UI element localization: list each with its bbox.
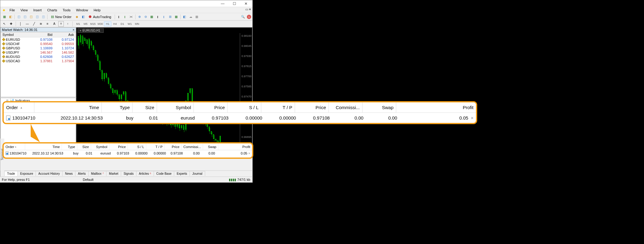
- navigator-toggle[interactable]: ◫: [28, 14, 34, 20]
- maximize-button[interactable]: ☐: [228, 1, 240, 7]
- crosshair-tool[interactable]: ✚: [8, 21, 14, 27]
- col-profit[interactable]: Profit: [396, 102, 476, 112]
- col-commission[interactable]: Commissi...: [329, 102, 362, 112]
- timeframe-mn[interactable]: MN: [133, 21, 141, 26]
- terminal-tab-exposure[interactable]: Exposure: [17, 171, 36, 176]
- col-swap[interactable]: Swap: [203, 143, 218, 150]
- market-watch-row-gbpusd[interactable]: GBPUSD1.106991.10724: [1, 46, 76, 50]
- candle-chart-button[interactable]: ⫿: [122, 14, 128, 20]
- col-swap[interactable]: Swap: [362, 102, 396, 112]
- notification-badge[interactable]: 1: [247, 15, 251, 19]
- menu-charts[interactable]: Charts: [45, 8, 59, 13]
- col-tp[interactable]: T / P: [261, 102, 295, 112]
- fibo-tool[interactable]: ≡: [45, 21, 50, 27]
- timeframe-m5[interactable]: M5: [82, 21, 89, 26]
- col-sl[interactable]: S / L: [128, 143, 146, 150]
- terminal-tab-news[interactable]: News: [62, 171, 75, 176]
- close-order-icon[interactable]: ×: [471, 115, 473, 120]
- timeframe-m15[interactable]: M15: [89, 21, 97, 26]
- strategy-tester-toggle[interactable]: ◫: [40, 14, 46, 20]
- col-order[interactable]: Order ▴: [4, 143, 25, 150]
- chart-shift-button[interactable]: ⫿: [155, 14, 161, 20]
- col-price2[interactable]: Price: [295, 102, 329, 112]
- arrow-tool[interactable]: ↑: [65, 21, 71, 27]
- col-commission[interactable]: Commissi...: [182, 143, 203, 150]
- col-price[interactable]: Price: [194, 102, 228, 112]
- trade-row-small[interactable]: 130104710 2022.10.12 14:30:53 buy 0.01 e…: [4, 150, 252, 156]
- label-tool[interactable]: T: [58, 21, 64, 27]
- col-time[interactable]: Time: [25, 143, 62, 150]
- timeframe-d1[interactable]: D1: [119, 21, 126, 26]
- market-watch-toggle[interactable]: ◫: [16, 14, 21, 20]
- timeframe-h4[interactable]: H4: [111, 21, 119, 26]
- vertical-line-tool[interactable]: │: [18, 21, 23, 27]
- chart-tab[interactable]: ▾ EURUSD,H1: [78, 28, 104, 33]
- mql-button[interactable]: ◧: [182, 14, 187, 20]
- indicators-button[interactable]: ⫿: [161, 14, 167, 20]
- timeframe-h1[interactable]: H1: [104, 21, 111, 26]
- profile-button[interactable]: ◧: [8, 14, 13, 20]
- bar-chart-button[interactable]: ⫿: [116, 14, 122, 20]
- market-watch-row-audusd[interactable]: AUDUSD0.626080.62627: [1, 55, 76, 59]
- trade-row-large[interactable]: 130104710 2022.10.12 14:30:53 buy 0.01 e…: [4, 113, 476, 123]
- periods-button[interactable]: ⊞: [167, 14, 173, 20]
- market-watch-row-usdjpy[interactable]: USDJPY146.567146.582: [1, 50, 76, 55]
- menu-file[interactable]: File: [7, 8, 17, 13]
- col-symbol[interactable]: Symbol: [91, 143, 109, 150]
- col-tp[interactable]: T / P: [146, 143, 165, 150]
- cursor-tool[interactable]: ↖: [2, 21, 7, 27]
- col-sl[interactable]: S / L: [228, 102, 261, 112]
- close-order-icon[interactable]: ×: [248, 151, 250, 155]
- close-doc-icon[interactable]: ✕: [249, 8, 251, 11]
- trendline-tool[interactable]: ╱: [31, 21, 37, 27]
- minimize-button[interactable]: —: [217, 1, 228, 7]
- terminal-tab-code-base[interactable]: Code Base: [154, 171, 174, 176]
- col-size[interactable]: Size: [77, 143, 91, 150]
- chart-canvas[interactable]: [76, 33, 240, 152]
- close-button[interactable]: ✕: [240, 1, 252, 7]
- terminal-toggle[interactable]: ◫: [34, 14, 40, 20]
- col-type[interactable]: Type: [102, 102, 132, 112]
- menu-help[interactable]: Help: [91, 8, 103, 13]
- templates-button[interactable]: ▦: [174, 14, 179, 20]
- market-watch-row-eurusd[interactable]: EURUSD0.971080.97124: [1, 37, 76, 42]
- status-connection[interactable]: ▮▮▮▮ 747/1 kb: [229, 178, 250, 182]
- col-price2[interactable]: Price: [165, 143, 182, 150]
- terminal-tab-journal[interactable]: Journal: [190, 171, 205, 176]
- status-profile[interactable]: Default: [83, 178, 94, 181]
- col-profit[interactable]: Profit: [218, 143, 252, 150]
- terminal-tab-account-history[interactable]: Account History: [36, 171, 63, 176]
- terminal-tab-alerts[interactable]: Alerts: [75, 171, 89, 176]
- search-button[interactable]: 🔍: [240, 14, 246, 20]
- zoom-out-button[interactable]: ⊖: [143, 14, 148, 20]
- market-watch-row-usdchf[interactable]: USDCHF0.995400.99559: [1, 42, 76, 46]
- new-chart-button[interactable]: ▦: [2, 14, 7, 20]
- terminal-tab-articles[interactable]: Articles 6: [136, 171, 154, 176]
- col-symbol[interactable]: Symbol: [1, 32, 33, 37]
- col-order[interactable]: Order ▴: [4, 102, 34, 112]
- col-size[interactable]: Size: [132, 102, 157, 112]
- autotrading-button[interactable]: ⬣ AutoTrading: [86, 14, 113, 20]
- text-tool[interactable]: A: [52, 21, 57, 27]
- data-window-toggle[interactable]: ◫: [22, 14, 28, 20]
- col-symbol[interactable]: Symbol: [157, 102, 194, 112]
- menu-view[interactable]: View: [18, 8, 30, 13]
- col-type[interactable]: Type: [62, 143, 77, 150]
- col-bid[interactable]: Bid: [33, 32, 54, 37]
- minimize-doc-icon[interactable]: ▭: [245, 8, 248, 11]
- market-watch-close-icon[interactable]: ×: [73, 28, 75, 32]
- market-watch-row-usdcad[interactable]: USDCAD1.378811.37904: [1, 59, 76, 63]
- cloud-button[interactable]: ☁: [188, 14, 194, 20]
- timeframe-m1[interactable]: M1: [75, 21, 82, 26]
- horizontal-line-tool[interactable]: —: [25, 21, 30, 27]
- menu-tools[interactable]: Tools: [60, 8, 73, 13]
- timeframe-w1[interactable]: W1: [126, 21, 133, 26]
- settings-button[interactable]: ▦: [194, 14, 200, 20]
- channel-tool[interactable]: ≋: [38, 21, 44, 27]
- new-order-button[interactable]: ▤ New Order: [49, 14, 74, 20]
- terminal-tab-trade[interactable]: Trade: [4, 171, 18, 176]
- auto-scroll-button[interactable]: ▦: [149, 14, 155, 20]
- terminal-tab-market[interactable]: Market: [106, 171, 121, 176]
- menu-window[interactable]: Window: [74, 8, 90, 13]
- terminal-tab-signals[interactable]: Signals: [121, 171, 136, 176]
